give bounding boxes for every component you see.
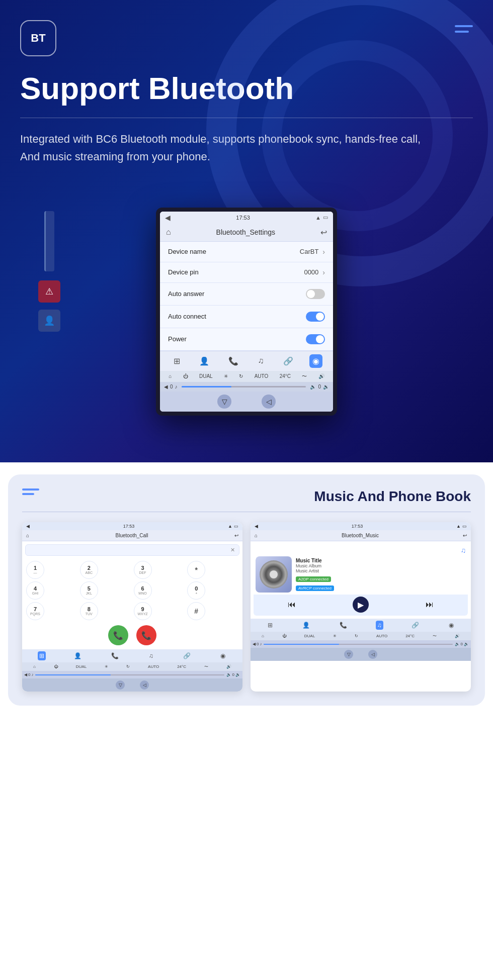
- phone-nav-icon[interactable]: 📞: [225, 354, 241, 368]
- bottom-card: Music And Phone Book ◀ 17:53 ▲ ▭ ⌂ Bluet…: [8, 474, 485, 706]
- call-hw-left[interactable]: ▽: [116, 680, 125, 690]
- auto-answer-toggle[interactable]: [306, 289, 325, 299]
- auto-answer-row[interactable]: Auto answer: [160, 283, 333, 306]
- cc-auto: AUTO: [148, 664, 159, 669]
- slider-bar: ◀ 0 ♪ 🔈 0 🔉: [160, 382, 333, 391]
- dial-hash[interactable]: #: [187, 602, 205, 620]
- vol-icon[interactable]: 🔉: [323, 384, 329, 389]
- call-grid-icon[interactable]: ⊞: [38, 651, 46, 660]
- play-button[interactable]: ▶: [353, 597, 369, 613]
- link-nav-icon[interactable]: 🔗: [280, 354, 296, 368]
- call-hw-right[interactable]: ◁: [140, 680, 149, 690]
- dial-5[interactable]: 5JKL: [80, 581, 98, 600]
- call-climate-bar: ⌂ ⏻ DUAL ✳ ↻ AUTO 24°C 〜 🔊: [22, 662, 242, 671]
- hw-btn-right[interactable]: ◁: [262, 395, 276, 409]
- music-person-icon[interactable]: 👤: [301, 621, 311, 630]
- music-camera-icon[interactable]: ◉: [447, 621, 455, 630]
- bt-logo: BT: [20, 20, 56, 56]
- auto-connect-toggle[interactable]: [306, 312, 325, 322]
- hero-header: BT: [20, 20, 473, 56]
- music-phone-icon[interactable]: 📞: [338, 621, 349, 630]
- mc-power: ⏻: [282, 634, 286, 638]
- music-album: Music Album: [296, 563, 466, 568]
- prev-button[interactable]: ⏮: [284, 597, 300, 613]
- auto-connect-row[interactable]: Auto connect: [160, 306, 333, 328]
- call-person-icon[interactable]: 👤: [72, 651, 83, 660]
- back-arrow-icon[interactable]: ◀: [165, 214, 171, 222]
- home-climate-icon[interactable]: ⌂: [169, 373, 172, 379]
- status-icons: ▲ ▭: [315, 214, 328, 221]
- call-hw-bar: ▽ ◁: [22, 678, 242, 692]
- dial-star[interactable]: *: [187, 561, 205, 579]
- music-back-icon[interactable]: ↩: [463, 533, 467, 538]
- power-toggle[interactable]: [306, 334, 325, 344]
- audio-slider[interactable]: [182, 386, 306, 387]
- music-hw-right[interactable]: ◁: [368, 650, 377, 659]
- cc-dual: DUAL: [76, 664, 87, 669]
- power-climate-icon[interactable]: ⏻: [183, 373, 188, 379]
- dial-6[interactable]: 6MNO: [134, 581, 152, 600]
- grid-nav-icon[interactable]: ⊞: [171, 354, 183, 368]
- music-music-nav-icon[interactable]: ♫: [376, 621, 383, 630]
- music-grid-icon[interactable]: ⊞: [266, 621, 274, 630]
- warning-button[interactable]: ⚠: [38, 280, 60, 303]
- call-camera-icon[interactable]: ◉: [219, 651, 227, 660]
- recycle-icon[interactable]: ↻: [239, 373, 243, 379]
- call-link-icon[interactable]: 🔗: [182, 651, 192, 660]
- music-home-icon[interactable]: ⌂: [255, 533, 258, 538]
- music-link-icon[interactable]: 🔗: [410, 621, 421, 630]
- device-pin-row[interactable]: Device pin 0000 ›: [160, 262, 333, 283]
- call-back-icon[interactable]: ↩: [234, 533, 238, 538]
- hangup-button[interactable]: 📞: [136, 625, 156, 645]
- ms-back: ◀: [253, 642, 256, 646]
- person-nav-icon[interactable]: 👤: [196, 354, 212, 368]
- hamburger-menu-icon[interactable]: [455, 20, 473, 33]
- a2dp-badge: A2DP connected: [296, 576, 331, 582]
- device-name-row[interactable]: Device name CarBT ›: [160, 242, 333, 262]
- dial-8[interactable]: 8TUV: [80, 602, 98, 620]
- device-name-label: Device name: [168, 248, 206, 255]
- vol-up-icon[interactable]: 🔊: [318, 373, 324, 379]
- call-home-icon[interactable]: ⌂: [26, 533, 29, 538]
- bottom-card-menu-icon[interactable]: [22, 488, 39, 495]
- music-hw-left[interactable]: ▽: [344, 650, 353, 659]
- cs-0l: 0: [28, 672, 30, 677]
- answer-button[interactable]: 📞: [108, 625, 128, 645]
- camera-nav-icon[interactable]: ◉: [309, 354, 322, 368]
- next-button[interactable]: ⏭: [422, 597, 438, 613]
- call-music-icon[interactable]: ♫: [147, 651, 155, 660]
- hw-bar: ▽ ◁: [160, 391, 333, 412]
- mini-screens: ◀ 17:53 ▲ ▭ ⌂ Bluetooth_Call ↩ ✕: [22, 522, 471, 692]
- dial-2[interactable]: 2ABC: [80, 561, 98, 579]
- music-player: Music Title Music Album Music Artist A2D…: [254, 554, 468, 595]
- device-name-right: CarBT ›: [300, 248, 325, 256]
- music-nav-icon[interactable]: ♫: [255, 354, 267, 367]
- screen-outer: ◀ 17:53 ▲ ▭ ⌂ Bluetooth_Settings: [156, 208, 337, 416]
- back-icon[interactable]: ↩: [320, 228, 327, 237]
- dial-9[interactable]: 9WXYZ: [134, 602, 152, 620]
- power-row[interactable]: Power: [160, 328, 333, 351]
- wave-icon[interactable]: 〜: [302, 373, 307, 380]
- back-slider-icon[interactable]: ◀: [164, 384, 168, 389]
- dial-1[interactable]: 1—: [26, 561, 44, 579]
- device-pin-value: 0000: [304, 268, 318, 276]
- hw-btn-left[interactable]: ▽: [217, 395, 231, 409]
- music-back-arrow[interactable]: ◀: [255, 524, 258, 529]
- call-phone-icon[interactable]: 📞: [110, 651, 120, 660]
- ms-vol: 🔉: [464, 642, 469, 646]
- dial-0[interactable]: 0+: [187, 581, 205, 600]
- dial-7[interactable]: 7PQRS: [26, 602, 44, 620]
- call-status-bar: ◀ 17:53 ▲ ▭: [22, 522, 242, 530]
- call-back-arrow[interactable]: ◀: [26, 524, 30, 529]
- call-search-bar[interactable]: ✕: [25, 544, 239, 556]
- home-icon[interactable]: ⌂: [166, 228, 171, 237]
- dial-4[interactable]: 4GHI: [26, 581, 44, 600]
- cs-track[interactable]: [35, 674, 224, 675]
- call-search-clear[interactable]: ✕: [230, 547, 235, 553]
- fan-icon[interactable]: ✳: [224, 373, 228, 379]
- ms-track[interactable]: [264, 644, 452, 645]
- dial-3[interactable]: 3DEF: [134, 561, 152, 579]
- bottom-card-title: Music And Phone Book: [314, 488, 471, 505]
- person-button[interactable]: 👤: [38, 310, 60, 332]
- music-climate-bar: ⌂ ⏻ DUAL ✳ ↻ AUTO 24°C 〜 🔊: [251, 632, 471, 640]
